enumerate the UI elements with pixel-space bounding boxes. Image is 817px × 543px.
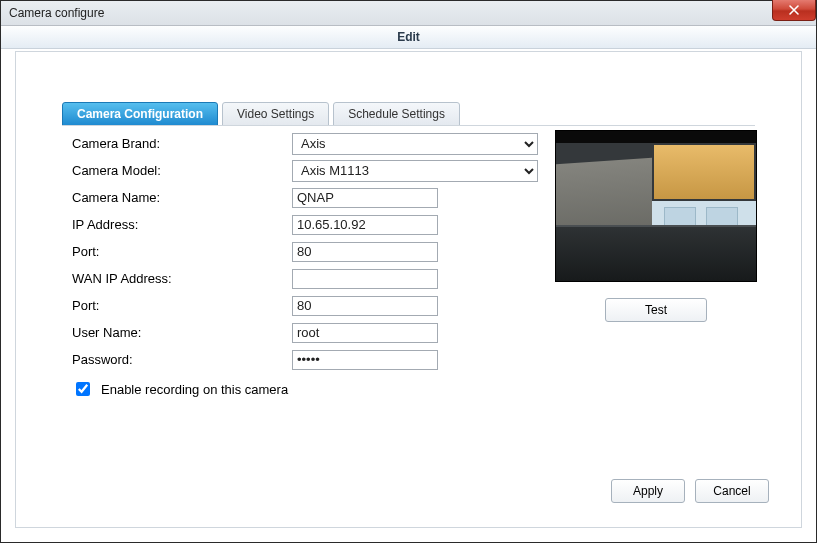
preview-area: Test: [555, 130, 755, 322]
password-input[interactable]: [292, 350, 438, 370]
wan-ip-address-input[interactable]: [292, 269, 438, 289]
label-user-name: User Name:: [72, 325, 292, 340]
label-camera-model: Camera Model:: [72, 163, 292, 178]
label-ip-address: IP Address:: [72, 217, 292, 232]
camera-name-input[interactable]: [292, 188, 438, 208]
apply-button[interactable]: Apply: [611, 479, 685, 503]
camera-brand-select[interactable]: Axis: [292, 133, 538, 155]
camera-configure-window: Camera configure Edit Camera Configurati…: [0, 0, 817, 543]
label-port-2: Port:: [72, 298, 292, 313]
close-icon: [788, 4, 800, 16]
button-label: Apply: [633, 484, 663, 498]
port-2-input[interactable]: [292, 296, 438, 316]
button-label: Test: [645, 303, 667, 317]
label-camera-name: Camera Name:: [72, 190, 292, 205]
window-title: Camera configure: [9, 6, 104, 20]
content-panel: Camera Configuration Video Settings Sche…: [15, 51, 802, 528]
user-name-input[interactable]: [292, 323, 438, 343]
tab-label: Schedule Settings: [348, 107, 445, 121]
form-area: Camera Brand: Axis Camera Model: Axis M1…: [72, 130, 572, 399]
label-port: Port:: [72, 244, 292, 259]
footer-buttons: Apply Cancel: [611, 479, 769, 503]
sub-header-title: Edit: [397, 30, 420, 44]
sub-header: Edit: [1, 26, 816, 49]
camera-model-select[interactable]: Axis M1113: [292, 160, 538, 182]
ip-address-input[interactable]: [292, 215, 438, 235]
button-label: Cancel: [713, 484, 750, 498]
content-inner: Camera Configuration Video Settings Sche…: [32, 66, 785, 513]
cancel-button[interactable]: Cancel: [695, 479, 769, 503]
label-camera-brand: Camera Brand:: [72, 136, 292, 151]
test-button[interactable]: Test: [605, 298, 707, 322]
tab-label: Camera Configuration: [77, 107, 203, 121]
tab-schedule-settings[interactable]: Schedule Settings: [333, 102, 460, 126]
label-wan-ip-address: WAN IP Address:: [72, 271, 292, 286]
tab-video-settings[interactable]: Video Settings: [222, 102, 329, 126]
titlebar: Camera configure: [1, 1, 816, 26]
tab-camera-configuration[interactable]: Camera Configuration: [62, 102, 218, 126]
tab-separator: [62, 125, 755, 126]
label-enable-recording: Enable recording on this camera: [101, 382, 288, 397]
close-button[interactable]: [772, 0, 816, 21]
label-password: Password:: [72, 352, 292, 367]
tabs: Camera Configuration Video Settings Sche…: [62, 102, 460, 126]
port-input[interactable]: [292, 242, 438, 262]
enable-recording-checkbox[interactable]: [76, 382, 90, 396]
camera-preview-image: [555, 130, 757, 282]
tab-label: Video Settings: [237, 107, 314, 121]
